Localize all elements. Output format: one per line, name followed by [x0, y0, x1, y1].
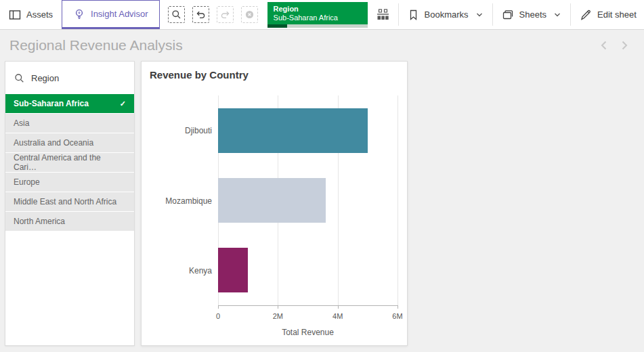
x-tick-label: 2M: [273, 312, 283, 320]
bookmark-icon: [408, 9, 419, 21]
x-tick-label: 0: [216, 312, 220, 320]
sheet-navigation: [599, 40, 635, 51]
plot-area-wrapper: DjiboutiMozambiqueKenya Total Revenue 02…: [142, 95, 398, 306]
gridline: [398, 95, 398, 305]
bar-category-label: Djibouti: [142, 95, 218, 166]
step-back-button[interactable]: [192, 6, 209, 23]
step-forward-button[interactable]: [217, 6, 234, 23]
filter-value-label: Australia and Oceania: [14, 138, 93, 148]
selection-chip-value: Sub-Saharan Africa: [267, 14, 368, 22]
filter-value-list: Sub-Saharan Africa✓AsiaAustralia and Oce…: [5, 94, 134, 231]
step-back-icon: [196, 9, 206, 20]
filter-value-label: Central America and the Cari…: [14, 153, 126, 172]
chart-title: Revenue by Country: [150, 69, 249, 81]
bar-category-label: Mozambique: [142, 166, 218, 236]
chevron-down-icon: [553, 11, 561, 19]
x-axis-title: Total Revenue: [282, 328, 334, 337]
assets-label: Assets: [26, 9, 53, 20]
sheet-title: Regional Revenue Analysis: [9, 37, 183, 53]
tick-mark: [218, 305, 219, 309]
sheets-label: Sheets: [519, 9, 546, 20]
filter-value-label: Asia: [14, 118, 29, 128]
edit-sheet-label: Edit sheet: [597, 9, 637, 20]
filter-value-alternative[interactable]: Australia and Oceania: [5, 133, 134, 152]
clear-selections-icon: [244, 9, 255, 20]
x-tick-label: 6M: [392, 312, 402, 320]
assets-button[interactable]: Assets: [0, 0, 62, 29]
previous-sheet-icon[interactable]: [599, 40, 609, 51]
tick-mark: [398, 305, 398, 309]
filter-value-label: Middle East and North Africa: [14, 197, 116, 206]
grid-layout-icon: [377, 9, 389, 20]
bar-kenya[interactable]: [218, 248, 248, 292]
filter-value-alternative[interactable]: Asia: [5, 114, 134, 133]
bar-chart-panel: Revenue by Country DjiboutiMozambiqueKen…: [141, 61, 408, 346]
edit-sheet-button[interactable]: Edit sheet: [571, 0, 644, 29]
selection-chip-progress-fill: [267, 24, 288, 28]
selection-chip-region[interactable]: Region Sub-Saharan Africa: [267, 2, 368, 28]
bar-row: [218, 236, 398, 305]
selection-tools: [160, 0, 266, 29]
filter-value-label: Sub-Saharan Africa: [14, 99, 89, 108]
filter-value-alternative[interactable]: Middle East and North Africa: [5, 192, 134, 211]
toolbar: Assets Insight Advisor Region Sub-Sahara…: [0, 0, 644, 30]
checkmark-icon: ✓: [120, 100, 126, 108]
bar-category-label: Kenya: [142, 236, 218, 306]
selection-chip-field: Region: [267, 2, 368, 14]
filter-value-alternative[interactable]: North America: [5, 212, 134, 231]
search-selections-icon: [171, 9, 181, 20]
bar-row: [218, 165, 398, 235]
filter-value-label: North America: [14, 217, 65, 226]
bookmarks-button[interactable]: Bookmarks: [399, 0, 492, 29]
clear-selections-button[interactable]: [241, 6, 258, 23]
lightbulb-icon: [73, 8, 85, 20]
filter-field-label: Region: [31, 73, 59, 83]
search-selections-button[interactable]: [168, 6, 185, 23]
tick-mark: [278, 305, 278, 309]
selection-chip-progress: [267, 24, 368, 28]
app-objects-button[interactable]: [368, 0, 398, 29]
bookmarks-label: Bookmarks: [425, 9, 469, 20]
insight-advisor-button[interactable]: Insight Advisor: [62, 0, 160, 29]
bar-djibouti[interactable]: [218, 108, 368, 153]
next-sheet-icon[interactable]: [620, 40, 629, 51]
assets-panel-icon: [9, 9, 21, 21]
filter-pane-region: Region Sub-Saharan Africa✓AsiaAustralia …: [5, 61, 135, 346]
sheet-header: Regional Revenue Analysis: [0, 30, 644, 61]
sheet-icon: [502, 9, 514, 21]
search-icon: [14, 73, 24, 83]
filter-value-alternative[interactable]: Europe: [5, 173, 134, 192]
bar-series: [218, 95, 398, 305]
toolbar-right-group: Bookmarks Sheets Edit sheet: [368, 0, 644, 29]
filter-value-selected[interactable]: Sub-Saharan Africa✓: [5, 94, 134, 113]
sheets-button[interactable]: Sheets: [493, 0, 570, 29]
pencil-icon: [580, 9, 592, 21]
filter-value-alternative[interactable]: Central America and the Cari…: [5, 153, 134, 172]
x-tick-label: 4M: [332, 312, 343, 320]
tick-mark: [338, 305, 339, 309]
plot-area: Total Revenue 02M4M6M: [218, 95, 398, 306]
insight-advisor-label: Insight Advisor: [91, 9, 148, 19]
chevron-down-icon: [475, 11, 484, 19]
bar-row: [218, 95, 398, 165]
category-axis-labels: DjiboutiMozambiqueKenya: [142, 95, 218, 306]
filter-value-label: Europe: [14, 177, 40, 187]
bar-mozambique[interactable]: [218, 178, 326, 223]
filter-pane-header[interactable]: Region: [5, 62, 134, 94]
step-forward-icon: [220, 9, 230, 20]
